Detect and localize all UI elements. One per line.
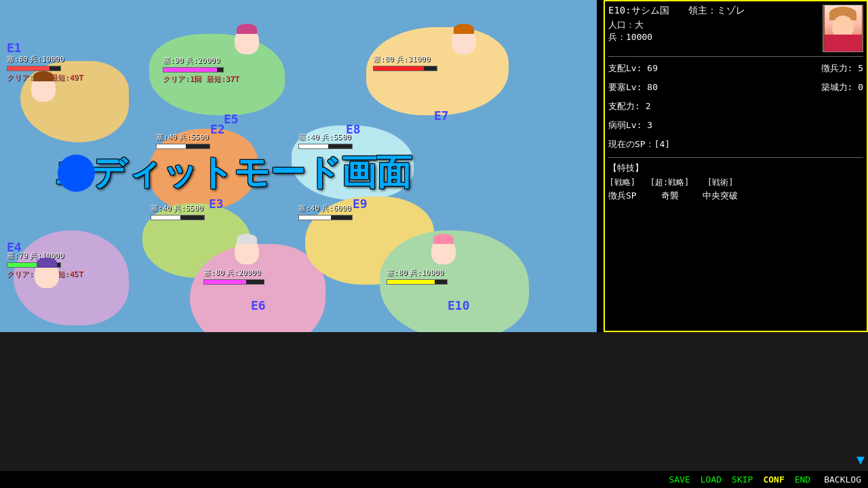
- rp-population: 人口：大: [608, 19, 745, 31]
- char-e5: [231, 27, 263, 68]
- skill-cho-senryaku: [超:戦略] 奇襲: [650, 177, 690, 202]
- skill-section: 【特技】 [戦略] 徴兵SP [超:戦略] 奇襲 [戦術] 中央突破: [608, 162, 863, 202]
- skill-senjutsu: [戦術] 中央突破: [703, 177, 738, 202]
- rp-stat-row-5: 現在のSP：[4]: [608, 138, 863, 150]
- skill-senryaku: [戦略] 徴兵SP: [608, 177, 637, 202]
- e9-status: 塞:40 兵:6000: [298, 203, 353, 220]
- btn-skip[interactable]: SKIP: [728, 474, 756, 485]
- skill-senjutsu-name: 中央突破: [703, 190, 738, 202]
- char-e4: [31, 261, 63, 302]
- btn-load[interactable]: LOAD: [697, 474, 725, 485]
- edit-mode-text: エディットモード画面: [54, 149, 412, 197]
- e10-label: E10: [448, 298, 470, 312]
- rp-stat-byojaku: 病弱Lv: 3: [608, 119, 652, 131]
- skill-senjutsu-cat: [戦術]: [707, 177, 733, 188]
- e5-status: 塞:90 兵:20000 クリア:1回 最短:37T: [163, 56, 239, 84]
- e2-status: 塞:40 兵:5500: [156, 132, 210, 149]
- rp-stat-row-4: 病弱Lv: 3: [608, 119, 863, 131]
- btn-save[interactable]: SAVE: [665, 474, 693, 485]
- btn-end[interactable]: END: [791, 474, 814, 485]
- char-e6: [231, 237, 263, 278]
- rp-stat-row-1: 支配Lv: 69 徴兵力: 5: [608, 62, 863, 75]
- char-e10: [427, 237, 460, 278]
- e6-label: E6: [251, 298, 266, 312]
- rp-portrait-inner: [825, 5, 862, 52]
- bottom-area: さらに各パラメータを 変更できる エディットモードもあります！ エディットする項…: [0, 332, 868, 488]
- e9-label: E9: [353, 197, 368, 211]
- skill-header: 【特技】: [608, 162, 863, 174]
- rp-divider-2: [608, 157, 863, 158]
- skill-cho-name: 奇襲: [661, 190, 679, 202]
- e7-status: 塞:80 兵:31000: [373, 54, 437, 71]
- rp-stats: 支配Lv: 69 徴兵力: 5 要塞Lv: 80 築城力: 0 支配力: 2 病…: [608, 62, 863, 150]
- char-e1: [27, 75, 60, 115]
- btn-conf[interactable]: CONF: [760, 474, 787, 485]
- rp-stat-shihai-lv: 支配Lv: 69: [608, 62, 658, 75]
- e3-label: E3: [209, 197, 224, 211]
- region-e7[interactable]: [366, 27, 509, 115]
- e3-status: 塞:40 兵:5500: [151, 203, 205, 220]
- map-area: 塞:80 兵:10000 クリア:1回 最短:49T E1 塞:90 兵:200…: [0, 0, 597, 332]
- rp-troops: 兵：10000: [608, 31, 745, 43]
- rp-stat-chohei: 徴兵力: 5: [821, 62, 863, 75]
- rp-stat-chikujo: 築城力: 0: [821, 81, 863, 94]
- rp-divider-1: [608, 56, 863, 57]
- btn-backlog[interactable]: BACKLOG: [824, 474, 861, 485]
- skill-senryaku-name: 徴兵SP: [608, 190, 637, 202]
- scroll-down-arrow[interactable]: ▼: [856, 451, 865, 468]
- edit-mode-circle: [58, 155, 95, 192]
- e1-label: E1: [7, 41, 22, 55]
- portrait-body: [825, 35, 862, 52]
- rp-title-area: E10:サシム国 領主：ミゾレ 人口：大 兵：10000: [608, 5, 745, 43]
- rp-stat-row-3: 支配力: 2: [608, 100, 863, 113]
- skill-row: [戦略] 徴兵SP [超:戦略] 奇襲 [戦術] 中央突破: [608, 177, 863, 202]
- rp-stat-row-2: 要塞Lv: 80 築城力: 0: [608, 81, 863, 94]
- char-e7: [448, 27, 480, 68]
- e5-label: E5: [224, 112, 239, 126]
- skill-cho-cat: [超:戦略]: [650, 177, 690, 188]
- right-panel: E10:サシム国 領主：ミゾレ 人口：大 兵：10000 支配Lv: 69 徴兵…: [604, 0, 868, 332]
- rp-stat-shihai: 支配力: 2: [608, 100, 650, 113]
- rp-region-title: E10:サシム国 領主：ミゾレ: [608, 5, 745, 17]
- rp-portrait: [823, 5, 863, 52]
- rp-stat-sp: 現在のSP：[4]: [608, 138, 670, 150]
- skill-senryaku-cat: [戦略]: [610, 177, 635, 188]
- bottom-bar: SAVE LOAD SKIP CONF END BACKLOG: [0, 471, 868, 488]
- e8-status: 塞:40 兵:5500: [298, 132, 353, 149]
- rp-header: E10:サシム国 領主：ミゾレ 人口：大 兵：10000: [608, 5, 863, 52]
- rp-stat-yosai-lv: 要塞Lv: 80: [608, 81, 658, 94]
- e2-label: E2: [210, 122, 225, 136]
- e7-label: E7: [434, 108, 449, 123]
